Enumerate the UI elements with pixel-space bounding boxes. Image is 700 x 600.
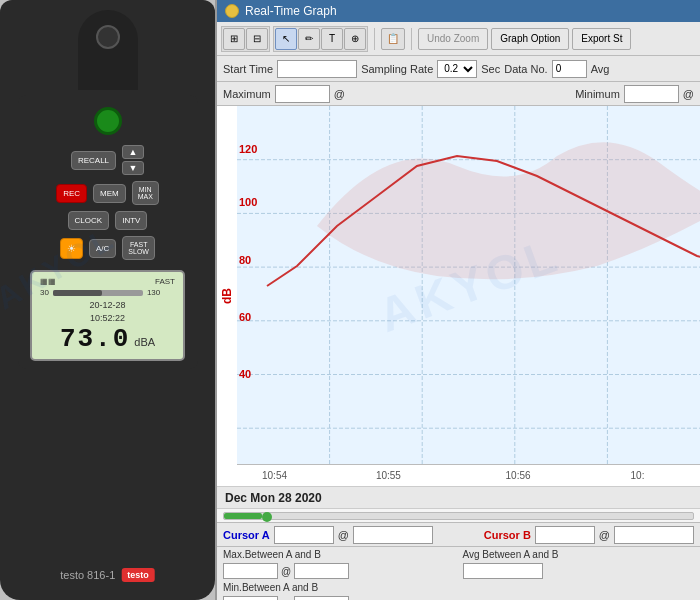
- display-datetime: 20-12-28 10:52:22: [40, 299, 175, 324]
- device-microphone: [78, 10, 138, 90]
- min-ab-input[interactable]: [223, 596, 278, 600]
- level-bar: [53, 290, 143, 296]
- x-axis: 10:54 10:55 10:56 10:: [237, 464, 700, 486]
- max-ab-pos-input[interactable]: [294, 563, 349, 579]
- x-tick-1: 10:55: [376, 470, 401, 481]
- avg-label: Avg: [591, 63, 610, 75]
- device-model: testo 816-1: [60, 569, 115, 581]
- sun-button[interactable]: ☀: [60, 238, 83, 259]
- brand-logo: testo: [121, 568, 155, 582]
- svg-text:120: 120: [239, 143, 257, 155]
- max-ab-row: Max.Between A and B: [223, 549, 455, 560]
- sampling-rate-select[interactable]: 0.20.51: [437, 60, 477, 78]
- cursor-b-at: @: [599, 529, 610, 541]
- fastslow-button[interactable]: FASTSLOW: [122, 236, 155, 260]
- min-ab-row: Min.Between A and B: [223, 582, 455, 593]
- cursor-row: Cursor A @ Cursor B @: [217, 522, 700, 546]
- display-date: 20-12-28: [40, 299, 175, 312]
- x-tick-3: 10:: [631, 470, 645, 481]
- grid-btn[interactable]: ⊞: [223, 28, 245, 50]
- max-ab-at: @: [281, 566, 291, 577]
- window-title: Real-Time Graph: [245, 4, 337, 18]
- params-row-1: Start Time Sampling Rate 0.20.51 Sec Dat…: [217, 56, 700, 82]
- export-button[interactable]: Export St: [572, 28, 631, 50]
- date-row: Dec Mon 28 2020: [217, 486, 700, 508]
- minimum-label: Minimum: [575, 88, 620, 100]
- graph-area[interactable]: dB AKYOL: [217, 106, 700, 486]
- max-ab-input-row: @: [223, 563, 455, 579]
- max-ab-input[interactable]: [223, 563, 278, 579]
- minmax-button[interactable]: MINMAX: [132, 181, 159, 205]
- progress-bar-row[interactable]: [217, 508, 700, 522]
- sampling-rate-label: Sampling Rate: [361, 63, 433, 75]
- toolbar-sep1: [374, 28, 375, 50]
- paste-btn[interactable]: 📋: [381, 28, 405, 50]
- progress-track[interactable]: [223, 512, 694, 520]
- toolbar-sep2: [411, 28, 412, 50]
- display-unit: dBA: [134, 336, 155, 348]
- intv-button[interactable]: INTV: [115, 211, 147, 230]
- avg-ab-input[interactable]: [463, 563, 543, 579]
- measure-col-left: Max.Between A and B @ Min.Between A and …: [223, 549, 455, 598]
- arrow-down-button[interactable]: ▼: [122, 161, 144, 175]
- measure-rows: Max.Between A and B @ Min.Between A and …: [217, 546, 700, 600]
- cursor-a-at: @: [338, 529, 349, 541]
- cursor-b-pos-input[interactable]: [614, 526, 694, 544]
- svg-text:60: 60: [239, 311, 251, 323]
- maximum-input[interactable]: [275, 85, 330, 103]
- grid-btn2[interactable]: ⊟: [246, 28, 268, 50]
- graph-option-button[interactable]: Graph Option: [491, 28, 569, 50]
- recall-row: RECALL ▲ ▼: [26, 145, 190, 175]
- date-label: Dec Mon 28 2020: [225, 491, 322, 505]
- sec-label: Sec: [481, 63, 500, 75]
- data-no-label: Data No.: [504, 63, 547, 75]
- window-titlebar: Real-Time Graph: [217, 0, 700, 22]
- sun-ac-row: ☀ A/C FASTSLOW: [26, 236, 190, 260]
- cursor-a-input[interactable]: [274, 526, 334, 544]
- avg-ab-row: Avg Between A and B: [463, 549, 695, 560]
- params-row-2: Maximum @ Minimum @: [217, 82, 700, 106]
- display-icon: ▦▦: [40, 277, 56, 286]
- avg-ab-label: Avg Between A and B: [463, 549, 559, 560]
- cursor-b-input[interactable]: [535, 526, 595, 544]
- start-time-input[interactable]: [277, 60, 357, 78]
- svg-text:100: 100: [239, 196, 257, 208]
- cursor-btn[interactable]: ⊕: [344, 28, 366, 50]
- rec-button[interactable]: REC: [56, 184, 87, 203]
- min-ab-pos-input[interactable]: [294, 596, 349, 600]
- progress-dot[interactable]: [262, 512, 272, 522]
- scale-min: 30: [40, 288, 49, 297]
- x-tick-2: 10:56: [506, 470, 531, 481]
- power-button[interactable]: [94, 107, 122, 135]
- min-ab-label: Min.Between A and B: [223, 582, 318, 593]
- display-reading: 73.0: [60, 324, 130, 354]
- at2-label: @: [683, 88, 694, 100]
- cursor-a-label: Cursor A: [223, 529, 270, 541]
- toolbar-group-2: ↖ ✏ T ⊕: [273, 26, 368, 52]
- recall-button[interactable]: RECALL: [71, 151, 116, 170]
- ac-button[interactable]: A/C: [89, 239, 116, 258]
- text-btn[interactable]: T: [321, 28, 343, 50]
- minimum-input[interactable]: [624, 85, 679, 103]
- clock-intv-row: CLOCK INTV: [26, 211, 190, 230]
- arrow-buttons: ▲ ▼: [122, 145, 144, 175]
- measure-col-right: Avg Between A and B: [463, 549, 695, 598]
- undo-zoom-button[interactable]: Undo Zoom: [418, 28, 488, 50]
- at1-label: @: [334, 88, 345, 100]
- clock-button[interactable]: CLOCK: [68, 211, 110, 230]
- toolbar-group-1: ⊞ ⊟: [221, 26, 270, 52]
- min-ab-input-row: @: [223, 596, 455, 600]
- svg-text:80: 80: [239, 254, 251, 266]
- arrow-tool-btn[interactable]: ↖: [275, 28, 297, 50]
- data-no-input[interactable]: [552, 60, 587, 78]
- device-display: ▦▦ FAST 30 130 20-12-28 10:52:22 73.0 dB…: [30, 270, 185, 361]
- cursor-b-label: Cursor B: [484, 529, 531, 541]
- fast-label: FAST: [155, 277, 175, 286]
- pencil-btn[interactable]: ✏: [298, 28, 320, 50]
- graph-inner[interactable]: AKYOL 120 100: [237, 106, 700, 464]
- cursor-a-pos-input[interactable]: [353, 526, 433, 544]
- mem-button[interactable]: MEM: [93, 184, 126, 203]
- x-tick-0: 10:54: [262, 470, 287, 481]
- avg-ab-input-row: [463, 563, 695, 579]
- arrow-up-button[interactable]: ▲: [122, 145, 144, 159]
